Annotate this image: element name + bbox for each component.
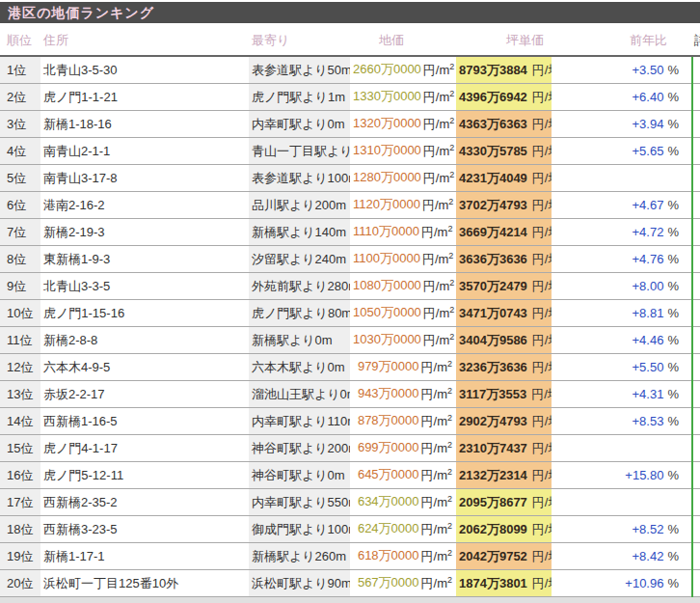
table-header-row: 順位 住所 最寄り 地価 坪単価 前年比 詳 (0, 27, 700, 56)
detail-link-clipped[interactable] (692, 381, 700, 408)
land-price-cell: 943万0000円/m2 (350, 381, 456, 408)
address-cell: 西新橋1-16-5 (40, 408, 249, 435)
land-price-cell: 1310万0000円/m2 (350, 138, 456, 165)
land-price-value: 1120万0000 (353, 198, 420, 212)
nearest-station-cell: 新橋駅より260m (249, 543, 350, 570)
detail-link-clipped[interactable] (692, 138, 700, 165)
land-price-cell: 979万0000円/m2 (350, 354, 456, 381)
detail-link-clipped[interactable] (692, 462, 700, 489)
table-row: 3位新橋1-18-16内幸町駅より0m1320万0000円/m24363万636… (0, 111, 700, 138)
column-header-price: 地価 (350, 27, 456, 56)
yoy-change-value: +8.00 (633, 279, 664, 293)
tsubo-price-unit: 円/坪 (532, 468, 552, 482)
tsubo-price-unit: 円/坪 (532, 549, 552, 563)
tsubo-price-cell: 4396万6942円/坪 (456, 84, 552, 111)
detail-link-clipped[interactable] (692, 543, 700, 570)
rank-cell: 8位 (0, 246, 40, 273)
yoy-change-value: +5.50 (633, 360, 664, 374)
detail-link-clipped[interactable] (692, 246, 700, 273)
yoy-change-value: +8.42 (633, 549, 664, 563)
yoy-change-value: +4.67 (633, 198, 664, 212)
tsubo-price-unit: 円/坪 (532, 522, 552, 536)
nearest-station-cell: 内幸町駅より550m (249, 489, 350, 516)
nearest-station-cell: 品川駅より200m (249, 192, 350, 219)
rank-cell: 3位 (0, 111, 40, 138)
yoy-change-cell: +5.65% (552, 138, 692, 165)
land-price-value: 979万0000 (358, 360, 419, 374)
land-price-cell: 699万0000円/m2 (350, 435, 456, 462)
tsubo-price-value: 3570万2479 (459, 279, 527, 293)
yoy-change-value: +8.52 (633, 522, 664, 536)
detail-link-clipped[interactable] (692, 165, 700, 192)
tsubo-price-cell: 2310万7437円/坪 (456, 435, 552, 462)
detail-link-clipped[interactable] (692, 111, 700, 138)
land-price-cell: 1120万0000円/m2 (350, 192, 456, 219)
land-price-value: 618万0000 (358, 549, 419, 563)
detail-link-clipped[interactable] (692, 354, 700, 381)
column-header-tsubo: 坪単価 (456, 27, 552, 56)
tsubo-price-unit: 円/坪 (532, 279, 552, 293)
tsubo-price-value: 8793万3884 (459, 63, 527, 77)
percent-sign: % (667, 252, 679, 266)
land-price-cell: 1320万0000円/m2 (350, 111, 456, 138)
land-price-cell: 634万0000円/m2 (350, 489, 456, 516)
nearest-station-cell: 神谷町駅より200m (249, 435, 350, 462)
detail-link-clipped[interactable] (692, 489, 700, 516)
detail-link-clipped[interactable] (692, 300, 700, 327)
yoy-change-value: +6.40 (633, 90, 664, 104)
table-row: 14位西新橋1-16-5内幸町駅より110m878万0000円/m22902万4… (0, 408, 700, 435)
land-price-cell: 1330万0000円/m2 (350, 84, 456, 111)
table-row: 5位南青山3-17-8表参道駅より100m1280万0000円/m24231万4… (0, 165, 700, 192)
detail-link-clipped[interactable] (692, 435, 700, 462)
detail-link-clipped[interactable] (692, 273, 700, 300)
detail-link-clipped[interactable] (692, 84, 700, 111)
land-price-value: 1080万0000 (353, 279, 421, 293)
rank-cell: 4位 (0, 138, 40, 165)
tsubo-price-unit: 円/坪 (532, 360, 552, 374)
nearest-station-cell: 表参道駅より100m (249, 165, 350, 192)
rank-cell: 10位 (0, 300, 40, 327)
detail-link-clipped[interactable] (692, 516, 700, 543)
tsubo-price-value: 3702万4793 (459, 198, 527, 212)
nearest-station-cell: 内幸町駅より0m (249, 111, 350, 138)
address-cell: 東新橋1-9-3 (40, 246, 249, 273)
tsubo-price-value: 3636万3636 (459, 252, 527, 266)
column-header-address: 住所 (40, 27, 249, 56)
tsubo-price-value: 3117万3553 (459, 387, 526, 401)
yoy-change-cell: +4.67% (552, 192, 692, 219)
land-price-cell: 1080万0000円/m2 (350, 273, 456, 300)
yoy-change-cell: +10.96% (552, 570, 692, 597)
tsubo-price-cell: 3404万9586円/坪 (456, 327, 552, 354)
tsubo-price-unit: 円/坪 (532, 414, 552, 428)
address-cell: 新橋1-17-1 (40, 543, 249, 570)
detail-link-clipped[interactable] (692, 192, 700, 219)
percent-sign: % (667, 90, 679, 104)
tsubo-price-cell: 4363万6363円/坪 (456, 111, 552, 138)
land-price-cell: 1100万0000円/m2 (350, 246, 456, 273)
detail-link-clipped[interactable] (692, 327, 700, 354)
yoy-change-value: +4.76 (633, 252, 664, 266)
land-price-unit: 円/m2 (421, 549, 452, 563)
nearest-station-cell: 新橋駅より140m (249, 219, 350, 246)
tsubo-price-unit: 円/坪 (531, 387, 552, 401)
land-price-unit: 円/m2 (423, 279, 454, 293)
detail-link-clipped[interactable] (692, 56, 700, 84)
yoy-change-cell-empty (552, 435, 692, 462)
nearest-station-cell: 神谷町駅より0m (249, 462, 350, 489)
rank-cell: 14位 (0, 408, 40, 435)
yoy-change-cell-empty (552, 489, 692, 516)
nearest-station-cell: 青山一丁目駅より0m (249, 138, 350, 165)
rank-cell: 2位 (0, 84, 40, 111)
detail-link-clipped[interactable] (692, 570, 700, 597)
land-price-value: 943万0000 (358, 387, 419, 401)
detail-link-clipped[interactable] (692, 408, 700, 435)
rank-cell: 16位 (0, 462, 40, 489)
address-cell: 南青山2-1-1 (40, 138, 249, 165)
land-price-value: 634万0000 (358, 495, 419, 509)
land-price-unit: 円/m2 (423, 333, 454, 347)
tsubo-price-value: 2310万7437 (459, 441, 527, 455)
yoy-change-cell: +8.52% (552, 516, 692, 543)
rank-cell: 9位 (0, 273, 40, 300)
address-cell: 西新橋2-35-2 (40, 489, 249, 516)
detail-link-clipped[interactable] (692, 219, 700, 246)
